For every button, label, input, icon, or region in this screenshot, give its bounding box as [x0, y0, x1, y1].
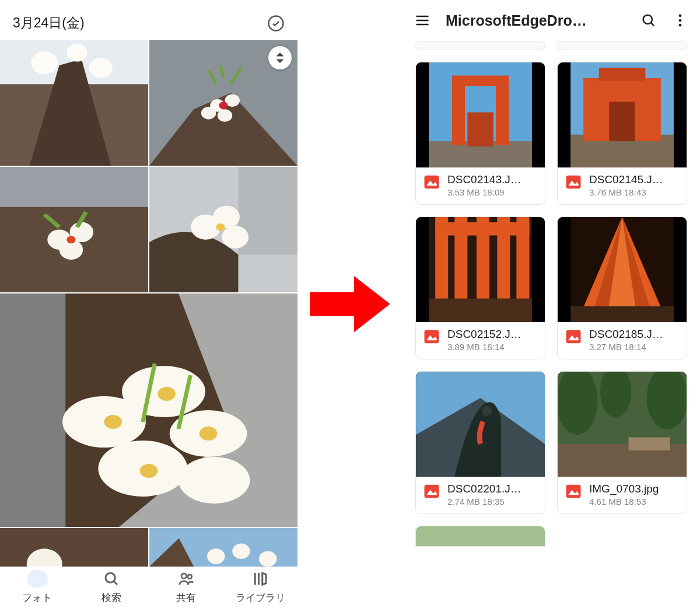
- svg-rect-87: [566, 485, 581, 498]
- fast-scroll-handle[interactable]: [268, 46, 292, 69]
- svg-point-3: [31, 51, 58, 74]
- search-icon: [103, 570, 120, 588]
- photos-header: 3月24日(金): [0, 0, 298, 40]
- svg-rect-53: [452, 86, 465, 145]
- photo-tile[interactable]: [149, 40, 298, 166]
- file-card[interactable]: DSC02143.J… 3.53 MB 18:09: [415, 62, 545, 205]
- svg-point-30: [178, 457, 250, 504]
- image-filetype-icon: [565, 483, 582, 500]
- svg-point-79: [482, 406, 492, 417]
- svg-point-44: [188, 575, 192, 579]
- file-thumbnail: [416, 372, 545, 477]
- transition-arrow: [298, 272, 402, 336]
- svg-rect-35: [0, 528, 148, 567]
- file-thumbnail: [558, 217, 687, 322]
- nav-label: 検索: [102, 591, 121, 604]
- file-card[interactable]: DSC02145.J… 3.76 MB 18:43: [557, 62, 687, 205]
- select-all-icon[interactable]: [267, 15, 285, 32]
- svg-rect-13: [0, 167, 148, 207]
- nav-library[interactable]: ライブラリ: [223, 567, 298, 608]
- file-thumbnail: [558, 372, 687, 477]
- svg-rect-72: [429, 299, 532, 323]
- svg-point-4: [66, 44, 88, 61]
- svg-point-0: [269, 16, 284, 30]
- file-sub: 3.27 MB 18:14: [589, 342, 680, 352]
- files-app: MicrosoftEdgeDro… DSC02143.J… 3.: [402, 0, 700, 608]
- svg-point-33: [200, 427, 218, 441]
- nav-label: 共有: [176, 591, 196, 604]
- svg-rect-71: [435, 222, 529, 236]
- svg-point-34: [140, 464, 158, 478]
- file-name: DSC02152.J…: [447, 328, 538, 341]
- file-name: IMG_0703.jpg: [589, 483, 680, 495]
- file-card-peek[interactable]: [415, 526, 545, 547]
- image-filetype-icon: [423, 328, 440, 345]
- image-filetype-icon: [565, 328, 582, 345]
- svg-point-39: [232, 543, 250, 558]
- svg-point-11: [219, 102, 228, 109]
- file-name: DSC02145.J…: [589, 173, 680, 186]
- file-name: DSC02201.J…: [447, 483, 538, 495]
- file-card[interactable]: DSC02185.J… 3.27 MB 18:14: [557, 216, 687, 359]
- photo-icon: [27, 570, 48, 588]
- library-icon: [251, 570, 269, 588]
- svg-point-40: [259, 551, 276, 567]
- svg-rect-56: [425, 176, 439, 189]
- svg-rect-54: [496, 86, 509, 145]
- file-list[interactable]: DSC02143.J… 3.53 MB 18:09 DSC02145.J… 3.…: [402, 41, 700, 608]
- nav-label: ライブラリ: [236, 591, 285, 604]
- svg-rect-80: [425, 485, 439, 498]
- svg-point-38: [207, 548, 225, 564]
- nav-share[interactable]: 共有: [149, 567, 223, 608]
- nav-label: フォト: [22, 591, 52, 604]
- svg-rect-61: [599, 68, 646, 81]
- nav-photos[interactable]: フォト: [0, 567, 75, 608]
- svg-rect-62: [609, 102, 635, 142]
- svg-point-46: [679, 15, 682, 18]
- file-sub: 2.74 MB 18:35: [447, 497, 538, 506]
- svg-point-32: [158, 387, 176, 401]
- photo-tile[interactable]: [149, 528, 298, 567]
- file-name: DSC02143.J…: [447, 173, 538, 186]
- svg-rect-63: [566, 176, 581, 189]
- menu-icon[interactable]: [414, 12, 430, 29]
- photo-tile[interactable]: [0, 40, 148, 166]
- svg-rect-76: [570, 306, 674, 322]
- svg-point-10: [201, 107, 216, 120]
- svg-point-48: [679, 24, 682, 27]
- file-card[interactable]: DSC02152.J… 3.89 MB 18:14: [415, 216, 545, 359]
- people-icon: [177, 570, 195, 588]
- photos-app: 3月24日(金): [0, 0, 298, 608]
- search-icon[interactable]: [640, 12, 657, 29]
- file-sub: 3.53 MB 18:09: [447, 187, 538, 197]
- photo-grid: [0, 40, 298, 567]
- photo-tile[interactable]: [149, 167, 298, 292]
- photo-tile[interactable]: [0, 528, 148, 567]
- files-header: MicrosoftEdgeDro…: [402, 0, 700, 41]
- svg-rect-55: [467, 113, 493, 147]
- image-filetype-icon: [423, 173, 440, 191]
- file-name: DSC02185.J…: [589, 328, 680, 341]
- file-thumbnail: [416, 217, 545, 322]
- svg-point-17: [66, 236, 75, 243]
- svg-point-31: [104, 415, 123, 429]
- date-heading: 3月24日(金): [13, 14, 85, 32]
- photo-tile[interactable]: [0, 293, 298, 527]
- file-sub: 4.61 MB 18:53: [589, 497, 680, 506]
- file-card[interactable]: IMG_0703.jpg 4.61 MB 18:53: [557, 371, 687, 514]
- svg-point-22: [222, 226, 249, 249]
- file-card[interactable]: DSC02201.J… 2.74 MB 18:35: [415, 371, 545, 514]
- file-thumbnail: [416, 62, 545, 167]
- photo-tile[interactable]: [0, 167, 148, 292]
- svg-rect-52: [452, 76, 509, 86]
- nav-search[interactable]: 検索: [75, 567, 149, 608]
- more-icon[interactable]: [672, 12, 688, 29]
- svg-rect-77: [566, 330, 581, 344]
- image-filetype-icon: [565, 173, 582, 191]
- svg-rect-73: [425, 330, 439, 344]
- image-filetype-icon: [423, 483, 440, 500]
- svg-point-5: [89, 58, 113, 78]
- svg-rect-86: [629, 438, 670, 451]
- file-sub: 3.89 MB 18:14: [447, 342, 538, 352]
- svg-point-47: [679, 19, 682, 22]
